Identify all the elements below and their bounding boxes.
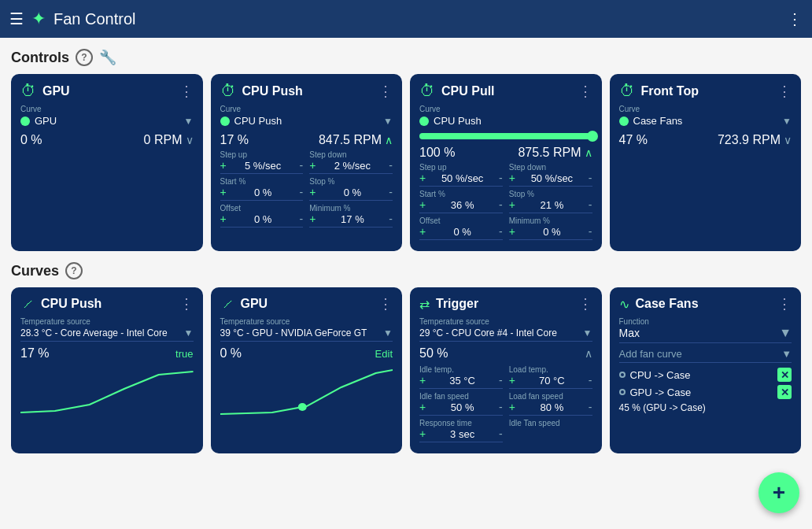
cpu-pull-stop-minus[interactable]: - — [589, 198, 592, 211]
minimum-pct-minus[interactable]: - — [389, 213, 393, 225]
function-select[interactable]: Max ▼ — [619, 326, 792, 343]
cpu-push-card-title: CPU Push — [242, 84, 303, 98]
idle-temp-plus[interactable]: + — [419, 375, 426, 386]
load-temp-plus[interactable]: + — [509, 375, 515, 386]
remove-cpu-case-button[interactable]: ✕ — [777, 368, 792, 382]
idle-temp-value: 35 °C — [449, 375, 475, 387]
start-pct-minus[interactable]: - — [300, 186, 304, 198]
front-top-dropdown-arrow: ▼ — [782, 116, 792, 127]
step-up-minus[interactable]: - — [300, 159, 304, 172]
gpu-curve-dot — [20, 117, 30, 126]
cpu-pull-curve-select[interactable]: CPU Push — [419, 115, 592, 127]
cpu-push-curve-select[interactable]: CPU Push ▼ — [220, 115, 393, 127]
cpu-push-curve-label: Curve — [220, 105, 393, 113]
cpu-pull-offset-label: Offset — [419, 216, 503, 225]
stop-pct-minus[interactable]: - — [389, 186, 393, 198]
cpu-pull-stop-pct-label: Stop % — [509, 190, 592, 198]
load-fan-speed-plus[interactable]: + — [509, 401, 515, 412]
trigger-icon: ⇄ — [419, 297, 430, 312]
front-top-rpm: 723.9 RPM ∨ — [718, 133, 792, 147]
idle-temp-minus[interactable]: - — [499, 374, 503, 387]
front-top-curve-label: Curve — [619, 105, 792, 113]
cpu-pull-stop-plus[interactable]: + — [509, 199, 515, 210]
front-top-curve-select[interactable]: Case Fans ▼ — [619, 115, 792, 127]
load-temp-minus[interactable]: - — [589, 374, 592, 387]
minimum-pct-value: 17 % — [341, 213, 364, 225]
trigger-chevron-up[interactable]: ∧ — [585, 347, 592, 360]
hamburger-icon[interactable]: ☰ — [9, 9, 24, 28]
controls-wrench-icon[interactable]: 🔧 — [99, 49, 116, 66]
more-menu-icon[interactable]: ⋮ — [787, 9, 803, 28]
cpu-pull-step-up-minus[interactable]: - — [499, 172, 503, 184]
trigger-pct: 50 % — [419, 346, 448, 361]
cpu-push-curve-card: ⟋ CPU Push ⋮ Temperature source 28.3 °C … — [11, 287, 203, 453]
trigger-temp-source-value[interactable]: 29 °C - CPU Core #4 - Intel Core ▼ — [419, 327, 592, 342]
cpu-push-temp-source-value[interactable]: 28.3 °C - Core Average - Intel Core ▼ — [20, 327, 194, 342]
controls-help-icon[interactable]: ? — [76, 49, 93, 66]
cpu-pull-curve-dot — [419, 117, 429, 126]
add-fan-curve[interactable]: Add fan curve ▼ — [619, 348, 792, 363]
minimum-pct-plus[interactable]: + — [309, 213, 316, 224]
cpu-push-curve-more[interactable]: ⋮ — [179, 295, 194, 313]
remove-gpu-case-button[interactable]: ✕ — [777, 385, 792, 399]
step-down-value: 2 %/sec — [334, 160, 371, 172]
cpu-pull-curve-label: Curve — [419, 105, 592, 113]
step-up-plus[interactable]: + — [220, 160, 227, 171]
cpu-push-edit-button[interactable]: true — [175, 348, 193, 360]
offset-plus[interactable]: + — [220, 213, 227, 224]
step-down-label: Step down — [309, 150, 393, 159]
gpu-curve-value: GPU — [35, 115, 179, 127]
case-fans-curve-more[interactable]: ⋮ — [777, 295, 792, 313]
trigger-curve-more[interactable]: ⋮ — [578, 295, 592, 313]
front-top-control-card: ⏱ Front Top ⋮ Curve Case Fans ▼ 47 % 723… — [610, 74, 802, 251]
cpu-pull-start-plus[interactable]: + — [419, 199, 426, 210]
response-time-label: Response time — [419, 419, 503, 427]
cpu-push-rpm: 847.5 RPM ∧ — [319, 133, 393, 147]
offset-minus[interactable]: - — [300, 213, 304, 225]
stop-pct-plus[interactable]: + — [309, 187, 316, 198]
cpu-push-fan-stats: 17 % 847.5 RPM ∧ — [220, 133, 393, 147]
cpu-pull-min-pct-label: Minimum % — [509, 216, 592, 225]
add-fab-button[interactable]: + — [758, 472, 799, 513]
gpu-curve-title: GPU — [241, 297, 268, 311]
cpu-pull-card-more[interactable]: ⋮ — [578, 83, 592, 100]
gpu-temp-source-value[interactable]: 39 °C - GPU - NVIDIA GeForce GT ▼ — [220, 327, 393, 342]
step-down-plus[interactable]: + — [309, 160, 316, 171]
step-up-label: Step up — [220, 150, 304, 159]
cpu-pull-card-title: CPU Pull — [441, 84, 495, 98]
cpu-pull-offset-value: 0 % — [453, 226, 471, 238]
start-pct-label: Start % — [220, 177, 304, 186]
cpu-pull-min-plus[interactable]: + — [509, 226, 515, 237]
response-time-plus[interactable]: + — [419, 428, 426, 439]
response-time-minus[interactable]: - — [499, 427, 503, 440]
cpu-pull-step-up-plus[interactable]: + — [419, 172, 426, 183]
gpu-curve-select[interactable]: GPU ▼ — [20, 115, 194, 127]
cpu-pull-step-down-plus[interactable]: + — [509, 172, 515, 183]
start-pct-plus[interactable]: + — [220, 187, 227, 198]
gpu-card-more[interactable]: ⋮ — [179, 83, 194, 100]
cpu-push-curve-value: CPU Push — [234, 115, 379, 127]
cpu-pull-start-minus[interactable]: - — [499, 198, 503, 211]
cpu-pull-offset-minus[interactable]: - — [499, 225, 503, 238]
cpu-pull-step-down-minus[interactable]: - — [589, 172, 592, 184]
gpu-curve-more[interactable]: ⋮ — [378, 295, 393, 313]
idle-fan-speed-plus[interactable]: + — [419, 401, 426, 412]
step-down-minus[interactable]: - — [389, 159, 393, 172]
cpu-push-card-more[interactable]: ⋮ — [378, 83, 393, 100]
offset-value: 0 % — [254, 213, 271, 225]
idle-fan-speed-minus[interactable]: - — [499, 401, 503, 413]
idle-temp-label: Idle temp. — [419, 365, 503, 374]
trigger-pct-row: 50 % ∧ — [419, 346, 592, 361]
cpu-pull-slider[interactable] — [419, 133, 592, 139]
gpu-edit-button[interactable]: Edit — [375, 348, 393, 360]
curves-help-icon[interactable]: ? — [65, 262, 83, 279]
cpu-pull-offset-plus[interactable]: + — [419, 226, 426, 237]
case-fans-curve-title: Case Fans — [636, 297, 699, 311]
cpu-pull-fan-stats: 100 % 875.5 RPM ∧ — [419, 146, 592, 160]
gpu-temp-dropdown: ▼ — [383, 327, 393, 338]
cpu-push-temp-source-label: Temperature source — [20, 317, 194, 326]
cpu-pull-min-minus[interactable]: - — [589, 225, 592, 238]
front-top-card-more[interactable]: ⋮ — [777, 83, 792, 100]
load-fan-speed-minus[interactable]: - — [589, 401, 592, 413]
cpu-pull-curve-value: CPU Push — [434, 115, 592, 127]
